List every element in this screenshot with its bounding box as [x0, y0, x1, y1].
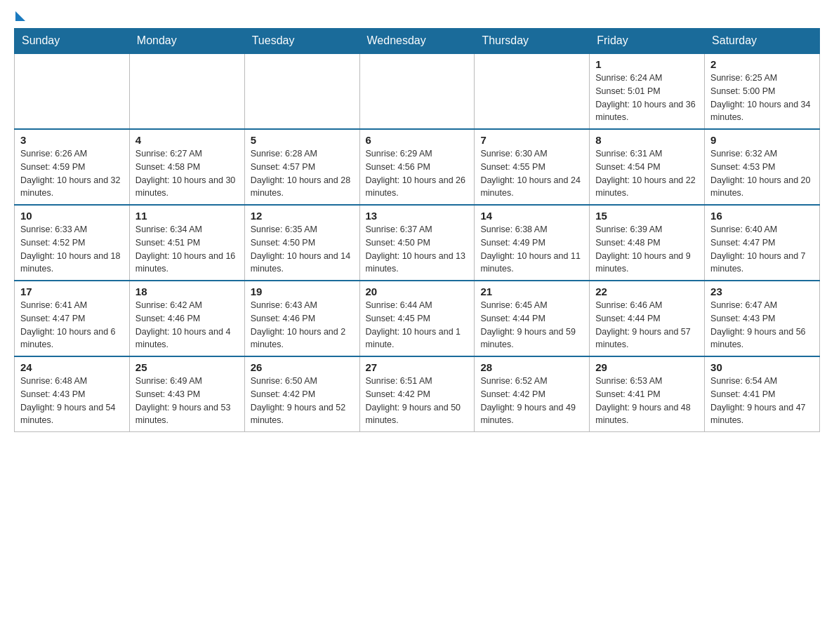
day-cell — [129, 53, 244, 129]
page-header — [14, 14, 820, 21]
day-info: Sunrise: 6:45 AMSunset: 4:44 PMDaylight:… — [480, 299, 583, 351]
day-cell: 8Sunrise: 6:31 AMSunset: 4:54 PMDaylight… — [590, 129, 705, 205]
day-info: Sunrise: 6:37 AMSunset: 4:50 PMDaylight:… — [366, 223, 469, 276]
day-number: 4 — [135, 134, 239, 146]
day-number: 20 — [366, 286, 469, 297]
day-number: 2 — [710, 58, 814, 70]
day-info: Sunrise: 6:49 AMSunset: 4:43 PMDaylight:… — [135, 375, 239, 427]
day-cell: 1Sunrise: 6:24 AMSunset: 5:01 PMDaylight… — [590, 53, 705, 129]
day-number: 29 — [595, 361, 699, 373]
day-info: Sunrise: 6:53 AMSunset: 4:41 PMDaylight:… — [595, 375, 699, 427]
day-info: Sunrise: 6:41 AMSunset: 4:47 PMDaylight:… — [20, 299, 124, 351]
day-info: Sunrise: 6:33 AMSunset: 4:52 PMDaylight:… — [20, 223, 124, 276]
day-info: Sunrise: 6:51 AMSunset: 4:42 PMDaylight:… — [366, 375, 469, 427]
day-cell: 16Sunrise: 6:40 AMSunset: 4:47 PMDayligh… — [705, 205, 820, 281]
day-cell: 13Sunrise: 6:37 AMSunset: 4:50 PMDayligh… — [359, 205, 475, 281]
day-number: 21 — [480, 286, 583, 297]
week-row-1: 1Sunrise: 6:24 AMSunset: 5:01 PMDaylight… — [15, 53, 820, 129]
day-info: Sunrise: 6:50 AMSunset: 4:42 PMDaylight:… — [251, 375, 354, 427]
day-cell: 20Sunrise: 6:44 AMSunset: 4:45 PMDayligh… — [359, 281, 475, 356]
logo-triangle-icon — [15, 11, 25, 21]
day-number: 17 — [20, 286, 124, 297]
day-cell — [359, 53, 475, 129]
day-cell: 14Sunrise: 6:38 AMSunset: 4:49 PMDayligh… — [475, 205, 590, 281]
day-cell: 7Sunrise: 6:30 AMSunset: 4:55 PMDaylight… — [475, 129, 590, 205]
day-info: Sunrise: 6:32 AMSunset: 4:53 PMDaylight:… — [710, 147, 814, 200]
day-number: 8 — [595, 134, 699, 146]
day-info: Sunrise: 6:29 AMSunset: 4:56 PMDaylight:… — [366, 147, 469, 200]
day-cell: 17Sunrise: 6:41 AMSunset: 4:47 PMDayligh… — [15, 281, 130, 356]
day-number: 7 — [480, 134, 583, 146]
day-number: 27 — [366, 361, 469, 373]
day-cell: 9Sunrise: 6:32 AMSunset: 4:53 PMDaylight… — [705, 129, 820, 205]
day-info: Sunrise: 6:34 AMSunset: 4:51 PMDaylight:… — [135, 223, 239, 276]
day-cell: 24Sunrise: 6:48 AMSunset: 4:43 PMDayligh… — [15, 356, 130, 432]
day-info: Sunrise: 6:38 AMSunset: 4:49 PMDaylight:… — [480, 223, 583, 276]
weekday-header-sunday: Sunday — [15, 29, 130, 54]
day-info: Sunrise: 6:26 AMSunset: 4:59 PMDaylight:… — [20, 147, 124, 200]
day-cell: 27Sunrise: 6:51 AMSunset: 4:42 PMDayligh… — [359, 356, 475, 432]
day-cell: 29Sunrise: 6:53 AMSunset: 4:41 PMDayligh… — [590, 356, 705, 432]
day-number: 16 — [710, 210, 814, 222]
day-number: 30 — [710, 361, 814, 373]
day-number: 26 — [251, 361, 354, 373]
day-cell: 18Sunrise: 6:42 AMSunset: 4:46 PMDayligh… — [129, 281, 244, 356]
logo — [14, 14, 25, 21]
day-info: Sunrise: 6:25 AMSunset: 5:00 PMDaylight:… — [710, 72, 814, 124]
day-cell: 30Sunrise: 6:54 AMSunset: 4:41 PMDayligh… — [705, 356, 820, 432]
day-cell: 11Sunrise: 6:34 AMSunset: 4:51 PMDayligh… — [129, 205, 244, 281]
weekday-header-tuesday: Tuesday — [244, 29, 359, 54]
day-number: 1 — [595, 58, 699, 70]
day-cell: 5Sunrise: 6:28 AMSunset: 4:57 PMDaylight… — [244, 129, 359, 205]
weekday-header-monday: Monday — [129, 29, 244, 54]
weekday-header-wednesday: Wednesday — [359, 29, 475, 54]
day-number: 19 — [251, 286, 354, 297]
day-info: Sunrise: 6:28 AMSunset: 4:57 PMDaylight:… — [251, 147, 354, 200]
day-cell: 21Sunrise: 6:45 AMSunset: 4:44 PMDayligh… — [475, 281, 590, 356]
day-number: 28 — [480, 361, 583, 373]
day-number: 13 — [366, 210, 469, 222]
day-number: 6 — [366, 134, 469, 146]
day-cell: 26Sunrise: 6:50 AMSunset: 4:42 PMDayligh… — [244, 356, 359, 432]
day-cell: 23Sunrise: 6:47 AMSunset: 4:43 PMDayligh… — [705, 281, 820, 356]
week-row-4: 17Sunrise: 6:41 AMSunset: 4:47 PMDayligh… — [15, 281, 820, 356]
day-cell: 6Sunrise: 6:29 AMSunset: 4:56 PMDaylight… — [359, 129, 475, 205]
weekday-header-saturday: Saturday — [705, 29, 820, 54]
day-number: 5 — [251, 134, 354, 146]
week-row-2: 3Sunrise: 6:26 AMSunset: 4:59 PMDaylight… — [15, 129, 820, 205]
day-info: Sunrise: 6:39 AMSunset: 4:48 PMDaylight:… — [595, 223, 699, 276]
day-cell: 12Sunrise: 6:35 AMSunset: 4:50 PMDayligh… — [244, 205, 359, 281]
day-number: 14 — [480, 210, 583, 222]
day-cell: 22Sunrise: 6:46 AMSunset: 4:44 PMDayligh… — [590, 281, 705, 356]
week-row-3: 10Sunrise: 6:33 AMSunset: 4:52 PMDayligh… — [15, 205, 820, 281]
day-info: Sunrise: 6:42 AMSunset: 4:46 PMDaylight:… — [135, 299, 239, 351]
day-number: 12 — [251, 210, 354, 222]
day-cell: 4Sunrise: 6:27 AMSunset: 4:58 PMDaylight… — [129, 129, 244, 205]
weekday-header-friday: Friday — [590, 29, 705, 54]
day-info: Sunrise: 6:52 AMSunset: 4:42 PMDaylight:… — [480, 375, 583, 427]
weekday-header-thursday: Thursday — [475, 29, 590, 54]
day-info: Sunrise: 6:47 AMSunset: 4:43 PMDaylight:… — [710, 299, 814, 351]
day-info: Sunrise: 6:31 AMSunset: 4:54 PMDaylight:… — [595, 147, 699, 200]
day-cell: 28Sunrise: 6:52 AMSunset: 4:42 PMDayligh… — [475, 356, 590, 432]
day-cell — [15, 53, 130, 129]
day-info: Sunrise: 6:24 AMSunset: 5:01 PMDaylight:… — [595, 72, 699, 124]
day-info: Sunrise: 6:35 AMSunset: 4:50 PMDaylight:… — [251, 223, 354, 276]
day-info: Sunrise: 6:48 AMSunset: 4:43 PMDaylight:… — [20, 375, 124, 427]
day-info: Sunrise: 6:46 AMSunset: 4:44 PMDaylight:… — [595, 299, 699, 351]
day-number: 22 — [595, 286, 699, 297]
weekday-header-row: SundayMondayTuesdayWednesdayThursdayFrid… — [15, 29, 820, 54]
day-info: Sunrise: 6:27 AMSunset: 4:58 PMDaylight:… — [135, 147, 239, 200]
day-cell: 19Sunrise: 6:43 AMSunset: 4:46 PMDayligh… — [244, 281, 359, 356]
day-info: Sunrise: 6:43 AMSunset: 4:46 PMDaylight:… — [251, 299, 354, 351]
day-cell — [475, 53, 590, 129]
day-info: Sunrise: 6:30 AMSunset: 4:55 PMDaylight:… — [480, 147, 583, 200]
day-cell: 3Sunrise: 6:26 AMSunset: 4:59 PMDaylight… — [15, 129, 130, 205]
day-number: 18 — [135, 286, 239, 297]
day-number: 23 — [710, 286, 814, 297]
day-number: 25 — [135, 361, 239, 373]
day-number: 24 — [20, 361, 124, 373]
day-cell: 15Sunrise: 6:39 AMSunset: 4:48 PMDayligh… — [590, 205, 705, 281]
week-row-5: 24Sunrise: 6:48 AMSunset: 4:43 PMDayligh… — [15, 356, 820, 432]
day-cell: 25Sunrise: 6:49 AMSunset: 4:43 PMDayligh… — [129, 356, 244, 432]
